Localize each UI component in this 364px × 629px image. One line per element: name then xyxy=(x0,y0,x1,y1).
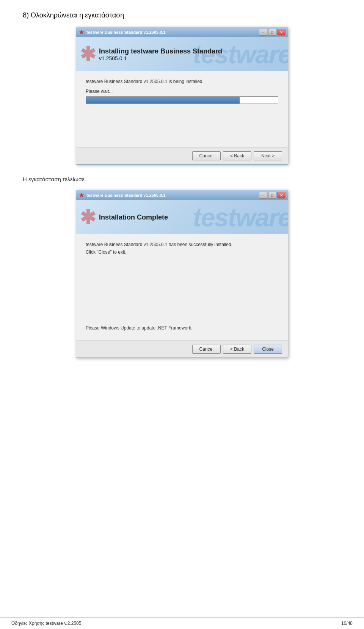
app-icon-2 xyxy=(78,192,85,198)
close-button-1[interactable]: ✕ xyxy=(277,29,286,36)
maximize-button-1[interactable]: □ xyxy=(268,29,276,36)
dialog-body-2: testware Business Standard v1.2505.0.1 h… xyxy=(76,234,288,340)
cancel-button-d1[interactable]: Cancel xyxy=(192,151,221,160)
progress-label-1: Please wait... xyxy=(86,89,278,94)
cancel-button-d2[interactable]: Cancel xyxy=(192,345,221,354)
footer-left: Οδηγίες Χρήσης testware v.2.2505 xyxy=(11,621,81,626)
star-icon-1 xyxy=(79,30,84,35)
app-icon-1 xyxy=(78,29,85,35)
minimize-button-1[interactable]: – xyxy=(259,29,267,36)
maximize-button-2[interactable]: □ xyxy=(268,192,276,199)
close-button-d2[interactable]: Close xyxy=(254,345,282,354)
status-text-1: testware Business Standard v1.2505.0.1 i… xyxy=(86,79,278,84)
page-content: 8) Ολοκληρώνεται η εγκατάσταση testware … xyxy=(0,0,364,369)
progress-bar-1 xyxy=(86,97,240,104)
note-text-2: Please Windows Update to update .NET Fra… xyxy=(86,325,278,331)
success-line-1: testware Business Standard v1.2505.0.1 h… xyxy=(86,242,278,247)
body-spacer-2 xyxy=(86,257,278,325)
titlebar-text-1: testware Business Standard v1.2505.0.1 xyxy=(86,30,166,35)
installing-dialog: testware Business Standard v1.2505.0.1 –… xyxy=(76,27,288,165)
minimize-button-2[interactable]: – xyxy=(259,192,267,199)
banner-star-2: ✱ xyxy=(80,206,96,228)
titlebar-2: testware Business Standard v1.2505.0.1 –… xyxy=(76,190,288,200)
back-button-d1[interactable]: < Back xyxy=(223,151,251,160)
banner-subtitle-1: v1.2505.0.1 xyxy=(99,55,280,61)
titlebar-left-2: testware Business Standard v1.2505.0.1 xyxy=(78,192,166,198)
titlebar-1: testware Business Standard v1.2505.0.1 –… xyxy=(76,27,288,37)
banner-title-1: Installing testware Business Standard xyxy=(99,47,280,55)
next-button-d1[interactable]: Next > xyxy=(254,151,282,160)
titlebar-text-2: testware Business Standard v1.2505.0.1 xyxy=(86,193,166,198)
star-icon-2 xyxy=(79,193,84,198)
titlebar-buttons-2[interactable]: – □ ✕ xyxy=(259,192,286,199)
progress-container-1 xyxy=(86,96,278,104)
footer-right: 10/48 xyxy=(341,621,353,626)
complete-dialog: testware Business Standard v1.2505.0.1 –… xyxy=(76,190,288,358)
section-heading: 8) Ολοκληρώνεται η εγκατάσταση xyxy=(23,11,341,19)
titlebar-buttons-1[interactable]: – □ ✕ xyxy=(259,29,286,36)
banner-2: ✱ testware Installation Complete xyxy=(76,200,288,234)
dialog-footer-1: Cancel < Back Next > xyxy=(76,147,288,164)
page-footer: Οδηγίες Χρήσης testware v.2.2505 10/48 xyxy=(0,617,364,629)
back-button-d2[interactable]: < Back xyxy=(223,345,251,354)
close-button-2[interactable]: ✕ xyxy=(277,192,286,199)
banner-1: ✱ testware Installing testware Business … xyxy=(76,37,288,71)
titlebar-left-1: testware Business Standard v1.2505.0.1 xyxy=(78,29,166,35)
dialog-body-1: testware Business Standard v1.2505.0.1 i… xyxy=(76,71,288,147)
dialog-footer-2: Cancel < Back Close xyxy=(76,340,288,358)
success-line-2: Click "Close" to exit. xyxy=(86,249,278,255)
banner-title-2: Installation Complete xyxy=(99,213,280,221)
inter-text: Η εγκατάσταση τελείωσε. xyxy=(23,176,341,182)
banner-star-1: ✱ xyxy=(80,43,96,65)
